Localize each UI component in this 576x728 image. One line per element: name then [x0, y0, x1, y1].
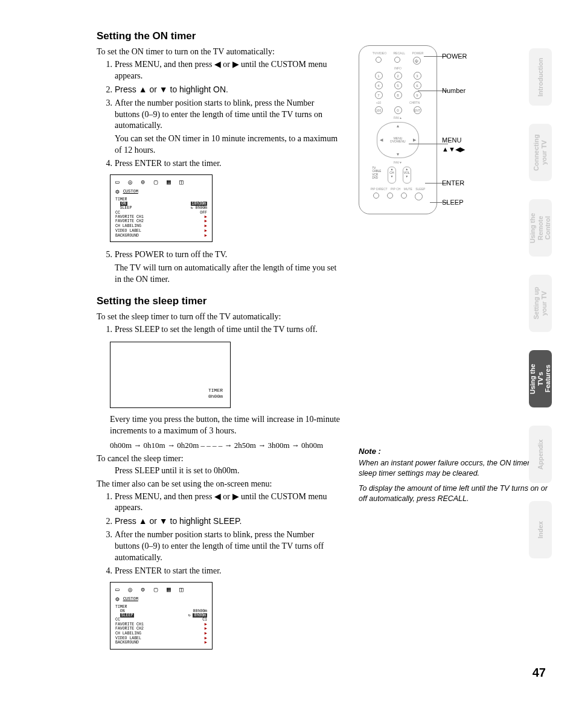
- power-button: ⏻: [413, 57, 421, 65]
- side-tabs: Introduction Connecting your TV Using th…: [529, 48, 552, 558]
- tab-appendix: Appendix: [529, 426, 552, 483]
- tab-remote: Using the Remote Control: [529, 199, 552, 257]
- sleep-menu-steps: 1.Press MENU, and then press ◀ or ▶ unti…: [97, 491, 341, 577]
- left-arrow-icon: ◀: [380, 138, 383, 142]
- label-menu: MENU: [442, 137, 461, 144]
- label-sleep: SLEEP: [442, 199, 463, 206]
- recall-button: [394, 57, 400, 63]
- cancel-step: Press SLEEP until it is set to 0h00m.: [115, 466, 341, 476]
- num-2: 2: [394, 72, 402, 80]
- on-timer-intro: To set the ON timer to turn on the TV au…: [97, 47, 341, 57]
- menu-center: MENUDVDMENU: [390, 137, 405, 143]
- num-3: 3: [414, 72, 421, 80]
- remote-diagram: TV/VIDEORECALLPOWER ⏻ INFO 123 456 789 +…: [359, 45, 552, 214]
- note-block: Note : When an instant power failure occ…: [359, 447, 552, 504]
- num-100: 100: [375, 106, 383, 114]
- step-text: Press ENTER to start the timer.: [115, 159, 222, 168]
- step-text: After the number position starts to blin…: [115, 530, 324, 562]
- ch-rocker: ▲CH▼: [388, 167, 396, 184]
- osd-icon-row: ▭ ◎ ⊜ ▢ ▦ ◫: [115, 179, 207, 186]
- num-6: 6: [414, 81, 421, 89]
- menu-intro: The timer also can be set using the on-s…: [97, 479, 341, 489]
- ent-button: ENT: [414, 106, 421, 114]
- dpad: ▲ ▼ ◀ ▶ MENUDVDMENU: [377, 122, 419, 158]
- heading-sleep-timer: Setting the sleep timer: [97, 295, 341, 307]
- up-arrow-icon: ▲: [396, 124, 400, 128]
- step-text: Press MENU, and then press ◀ or ▶ until …: [115, 60, 327, 80]
- gear-icon: ⚙: [115, 596, 120, 603]
- note-text: When an instant power failure occurs, th…: [359, 458, 552, 479]
- num-9: 9: [414, 91, 421, 99]
- tab-index: Index: [529, 501, 552, 558]
- on-timer-steps-cont: 5.Press POWER to turn off the TV. The TV…: [97, 249, 341, 286]
- step-text: Press POWER to turn off the TV.: [115, 250, 227, 259]
- label-arrows: ▲▼◀▶: [442, 146, 465, 153]
- tab-connecting: Connecting your TV: [529, 124, 552, 181]
- osd-icon-row: ▭ ◎ ⊜ ▢ ▦ ◫: [115, 586, 207, 593]
- osd-custom-menu-1: ▭ ◎ ⊜ ▢ ▦ ◫ ⚙CUSTOM TIMER ON10h30m SLEEP…: [110, 174, 213, 242]
- sleep-timer-steps: 1.Press SLEEP to set the length of time …: [97, 324, 341, 336]
- step-text: After the number position starts to blin…: [115, 98, 322, 130]
- down-arrow-icon: ▼: [396, 152, 400, 156]
- sleep-after-text: Every time you press the button, the tim…: [110, 414, 341, 437]
- step-text: You can set the ON timer in 10 minute in…: [115, 134, 338, 155]
- sleep-timer-intro: To set the sleep timer to turn off the T…: [97, 312, 341, 322]
- cancel-intro: To cancel the sleep timer:: [97, 454, 341, 464]
- note-text: To display the amount of time left until…: [359, 484, 552, 504]
- tvvideo-button: [376, 57, 382, 63]
- tab-features: Using the TV's Features: [529, 350, 552, 407]
- vol-rocker: ▲VOL▼: [403, 167, 411, 184]
- pipch-button: [387, 193, 393, 199]
- gear-icon: ⚙: [115, 188, 120, 196]
- sleep-sequence: 0h00m → 0h10m → 0h20m – – – – → 2h50m → …: [110, 441, 341, 450]
- timer-display-box: TIMER 0h00m: [110, 342, 231, 408]
- num-5: 5: [394, 81, 402, 89]
- step-text: The TV will turn on automatically after …: [115, 263, 336, 284]
- label-number: Number: [442, 88, 466, 94]
- right-arrow-icon: ▶: [413, 138, 416, 142]
- num-0: 0: [394, 106, 402, 114]
- on-timer-steps: 1.Press MENU, and then press ◀ or ▶ unti…: [97, 59, 341, 170]
- label-enter: ENTER: [442, 180, 464, 187]
- num-1: 1: [375, 72, 383, 80]
- sleep-button: [415, 193, 423, 200]
- label-power: POWER: [442, 53, 467, 60]
- num-4: 4: [375, 81, 383, 89]
- step-text: Press ▲ or ▼ to highlight SLEEP.: [115, 516, 242, 526]
- page-number: 47: [533, 666, 546, 680]
- note-title: Note :: [359, 447, 552, 456]
- num-8: 8: [394, 91, 402, 99]
- pip-button: [373, 193, 379, 199]
- num-7: 7: [375, 91, 383, 99]
- heading-on-timer: Setting the ON timer: [97, 30, 341, 42]
- tab-introduction: Introduction: [529, 48, 552, 106]
- mute-button: [401, 193, 407, 199]
- step-text: Press ENTER to start the timer.: [115, 566, 222, 575]
- tab-setting: Setting up your TV: [529, 275, 552, 332]
- step-text: Press SLEEP to set the length of time un…: [115, 325, 318, 334]
- mode-labels: TVCABLEVCRDVD: [372, 167, 381, 184]
- step-text: Press MENU, and then press ◀ or ▶ until …: [115, 492, 327, 512]
- step-text: Press ▲ or ▼ to highlight ON.: [115, 85, 228, 94]
- osd-custom-menu-2: ▭ ◎ ⊜ ▢ ▦ ◫ ⚙CUSTOM TIMER ON00h00m SLEEP…: [110, 582, 213, 650]
